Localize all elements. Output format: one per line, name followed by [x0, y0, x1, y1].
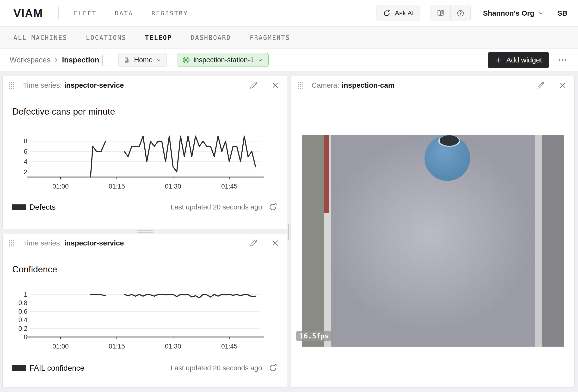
widget-type-label: Camera: [312, 81, 339, 89]
svg-text:01:15: 01:15 [109, 183, 125, 190]
svg-text:0.6: 0.6 [18, 308, 27, 315]
machine-selector-button[interactable]: inspection-station-1 [177, 53, 268, 67]
close-widget-button[interactable] [271, 239, 280, 248]
svg-text:01:00: 01:00 [52, 343, 69, 350]
camera-frame-image [302, 135, 564, 346]
svg-text:1: 1 [24, 291, 27, 298]
docs-button[interactable] [431, 5, 450, 21]
widget-header: Time series: inspector-service [3, 76, 287, 94]
add-widget-button[interactable]: Add widget [488, 52, 549, 68]
ellipsis-icon [557, 55, 567, 65]
breadcrumb-workspace-name[interactable]: inspection [62, 56, 99, 64]
svg-text:0: 0 [24, 333, 27, 341]
column-resize-handle[interactable] [288, 224, 290, 240]
widget-camera: Camera: inspection-cam [291, 76, 575, 388]
top-nav: FLEET DATA REGISTRY [74, 10, 188, 17]
refresh-button[interactable] [268, 363, 278, 373]
svg-text:01:00: 01:00 [52, 183, 69, 190]
camera-body: 16.5fps [291, 94, 575, 388]
refresh-icon [268, 363, 278, 373]
question-circle-icon [456, 9, 465, 17]
tab-teleop[interactable]: TELEOP [145, 34, 172, 41]
ask-ai-label: Ask AI [395, 9, 414, 17]
machine-selector-label: inspection-station-1 [193, 56, 254, 64]
widget-body: Defective cans per minute 246801:0001:15… [3, 107, 287, 212]
building-icon [123, 56, 131, 64]
last-updated-text: Last updated 20 seconds ago [171, 364, 262, 372]
help-group [431, 5, 471, 21]
radar-target-icon [182, 56, 190, 64]
conveyor-left-band [302, 135, 324, 346]
svg-text:8: 8 [24, 138, 27, 145]
conveyor-right-rail [535, 135, 542, 346]
workspace-toolbar: Workspaces inspection Home inspection-st… [0, 49, 578, 71]
edit-widget-button[interactable] [249, 81, 258, 90]
chart-legend-row: Defects Last updated 20 seconds ago [12, 202, 278, 212]
more-menu-button[interactable] [557, 55, 567, 65]
tab-fragments[interactable]: FRAGMENTS [250, 34, 290, 41]
legend-swatch [12, 204, 26, 210]
drag-handle-icon[interactable] [8, 239, 15, 247]
pencil-icon [249, 239, 258, 247]
teleop-board: Time series: inspector-service [0, 71, 578, 388]
nav-item-fleet[interactable]: FLEET [74, 10, 96, 17]
drag-handle-icon[interactable] [297, 81, 303, 89]
widget-source-name: inspector-service [64, 81, 124, 89]
top-bar: VIAM FLEET DATA REGISTRY Ask AI [0, 0, 578, 27]
svg-text:4: 4 [24, 158, 27, 165]
fps-overlay-badge: 16.5fps [296, 331, 332, 341]
nav-item-data[interactable]: DATA [115, 10, 133, 17]
org-name: Shannon's Org [483, 9, 534, 17]
svg-text:6: 6 [24, 148, 27, 155]
last-updated-text: Last updated 20 seconds ago [171, 203, 262, 211]
widget-source-name: inspector-service [64, 239, 124, 247]
refresh-button[interactable] [268, 202, 278, 212]
widget-body: Confidence 00.20.40.60.8101:0001:1501:30… [3, 264, 287, 373]
org-switcher[interactable]: Shannon's Org [483, 9, 544, 17]
row-resize-handle[interactable] [2, 229, 287, 234]
svg-text:01:45: 01:45 [221, 183, 238, 190]
edit-widget-button[interactable] [536, 81, 545, 90]
svg-text:01:15: 01:15 [109, 343, 125, 350]
widget-source-name: inspection-cam [342, 81, 394, 89]
close-widget-button[interactable] [271, 81, 280, 90]
plus-icon [495, 56, 503, 64]
defects-line-chart: 246801:0001:1501:3001:45 [17, 131, 273, 192]
widget-timeseries-defects: Time series: inspector-service [2, 76, 287, 229]
ask-ai-button[interactable]: Ask AI [376, 5, 420, 21]
close-widget-button[interactable] [558, 81, 567, 90]
tab-dashboard[interactable]: DASHBOARD [191, 34, 231, 41]
legend-swatch [12, 365, 26, 371]
close-icon [558, 81, 567, 90]
column-gutter [287, 76, 291, 388]
edit-widget-button[interactable] [249, 239, 258, 247]
refresh-sparkle-icon [383, 9, 391, 17]
nav-item-registry[interactable]: REGISTRY [151, 10, 188, 17]
svg-text:2: 2 [24, 168, 27, 176]
chart-legend-row: FAIL confidence Last updated 20 seconds … [12, 363, 278, 373]
workspace-selector-button[interactable]: Home [118, 53, 167, 67]
help-button[interactable] [450, 5, 470, 21]
viam-logo[interactable]: VIAM [13, 7, 43, 20]
chevron-down-icon [538, 10, 544, 16]
add-widget-label: Add widget [506, 56, 542, 64]
conveyor-right-band [542, 135, 564, 346]
left-column: Time series: inspector-service [2, 76, 287, 388]
widget-header: Time series: inspector-service [3, 234, 287, 252]
red-marker-bar [324, 135, 329, 213]
drag-handle-icon[interactable] [8, 81, 15, 89]
avatar[interactable]: SB [557, 9, 567, 17]
can-opening [440, 135, 459, 146]
text-cursor [102, 54, 102, 66]
svg-text:0.2: 0.2 [18, 325, 27, 332]
chevron-down-icon [257, 57, 263, 63]
tab-locations[interactable]: LOCATIONS [86, 34, 126, 41]
fleet-tab-bar: ALL MACHINES LOCATIONS TELEOP DASHBOARD … [0, 27, 578, 49]
tab-all-machines[interactable]: ALL MACHINES [13, 34, 67, 41]
breadcrumb-workspaces[interactable]: Workspaces [10, 56, 50, 64]
widget-header: Camera: inspection-cam [291, 76, 575, 94]
topbar-right: Ask AI Shannon's Org SB [376, 5, 567, 21]
logo-divider [58, 7, 59, 19]
svg-text:0.4: 0.4 [18, 316, 27, 324]
widget-type-label: Time series: [23, 81, 62, 89]
